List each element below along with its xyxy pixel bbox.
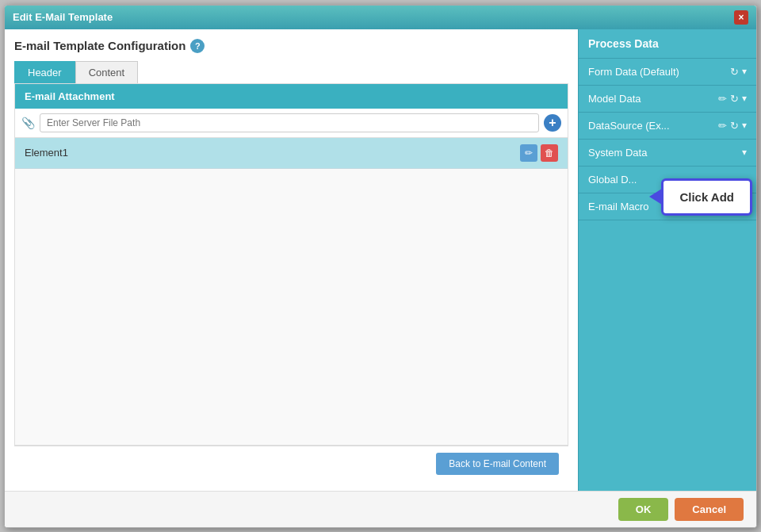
- process-item-label: DataSource (Ex...: [588, 120, 718, 132]
- left-panel: E-mail Template Configuration ? Header C…: [5, 29, 578, 491]
- tab-header[interactable]: Header: [14, 61, 75, 83]
- element-name: Element1: [25, 147, 68, 159]
- content-area: [15, 169, 568, 445]
- delete-element-button[interactable]: 🗑: [541, 144, 558, 162]
- process-item-icons: ✏ ↻ ▾: [718, 120, 747, 132]
- element-row: Element1 ✏ 🗑: [15, 138, 568, 169]
- modal-body: E-mail Template Configuration ? Header C…: [5, 29, 756, 491]
- bottom-bar: Back to E-mail Content: [14, 446, 568, 481]
- refresh-icon[interactable]: ↻: [730, 66, 739, 78]
- chevron-down-icon[interactable]: ▾: [742, 66, 747, 77]
- chevron-down-icon[interactable]: ▾: [742, 120, 747, 131]
- process-item-form-data[interactable]: Form Data (Default) ↻ ▾: [579, 59, 756, 86]
- process-item-icons: ▾: [742, 147, 747, 158]
- config-title-text: E-mail Template Configuration: [14, 39, 185, 52]
- cancel-button[interactable]: Cancel: [675, 498, 744, 521]
- config-title: E-mail Template Configuration ?: [14, 39, 568, 53]
- process-item-model-data[interactable]: Model Data ✏ ↻ ▾: [579, 86, 756, 113]
- edit-element-button[interactable]: ✏: [520, 144, 537, 162]
- modal-close-button[interactable]: ×: [734, 10, 748, 25]
- attachment-icon: 📎: [21, 117, 35, 129]
- process-item-icons: ✏ ↻ ▾: [718, 93, 747, 105]
- attachment-section-header: E-mail Attachment: [15, 84, 568, 109]
- process-item-label: Model Data: [588, 93, 718, 105]
- tab-content-panel: E-mail Attachment 📎 + Element1 ✏ 🗑: [14, 83, 568, 446]
- tabs-bar: Header Content: [14, 61, 568, 83]
- modal-titlebar: Edit E-Mail Template ×: [5, 6, 756, 29]
- refresh-icon[interactable]: ↻: [730, 120, 739, 132]
- edit-icon[interactable]: ✏: [718, 120, 727, 132]
- attachment-row: 📎 +: [15, 109, 568, 138]
- right-panel: Process Data Form Data (Default) ↻ ▾ Mod…: [578, 29, 756, 491]
- process-item-system-data[interactable]: System Data ▾: [579, 140, 756, 166]
- chevron-down-icon[interactable]: ▾: [742, 93, 747, 104]
- modal-overlay: Edit E-Mail Template × E-mail Template C…: [0, 0, 761, 532]
- server-file-path-input[interactable]: [40, 113, 539, 132]
- click-add-callout: Click Add: [661, 178, 752, 216]
- edit-email-template-modal: Edit E-Mail Template × E-mail Template C…: [4, 5, 757, 528]
- modal-footer: OK Cancel: [5, 491, 756, 527]
- chevron-down-icon[interactable]: ▾: [742, 147, 747, 158]
- process-item-datasource[interactable]: DataSource (Ex... ✏ ↻ ▾: [579, 113, 756, 140]
- modal-title: Edit E-Mail Template: [13, 11, 113, 23]
- ok-button[interactable]: OK: [618, 498, 669, 521]
- config-help-icon[interactable]: ?: [190, 39, 205, 53]
- process-item-label: Form Data (Default): [588, 66, 730, 78]
- process-item-label: System Data: [588, 147, 742, 159]
- edit-icon[interactable]: ✏: [718, 93, 727, 105]
- element-actions: ✏ 🗑: [520, 144, 558, 162]
- add-attachment-button[interactable]: +: [544, 114, 561, 132]
- tab-content[interactable]: Content: [75, 61, 139, 83]
- process-item-icons: ↻ ▾: [730, 66, 747, 78]
- back-to-email-content-button[interactable]: Back to E-mail Content: [436, 453, 559, 475]
- refresh-icon[interactable]: ↻: [730, 93, 739, 105]
- process-data-title: Process Data: [579, 29, 756, 59]
